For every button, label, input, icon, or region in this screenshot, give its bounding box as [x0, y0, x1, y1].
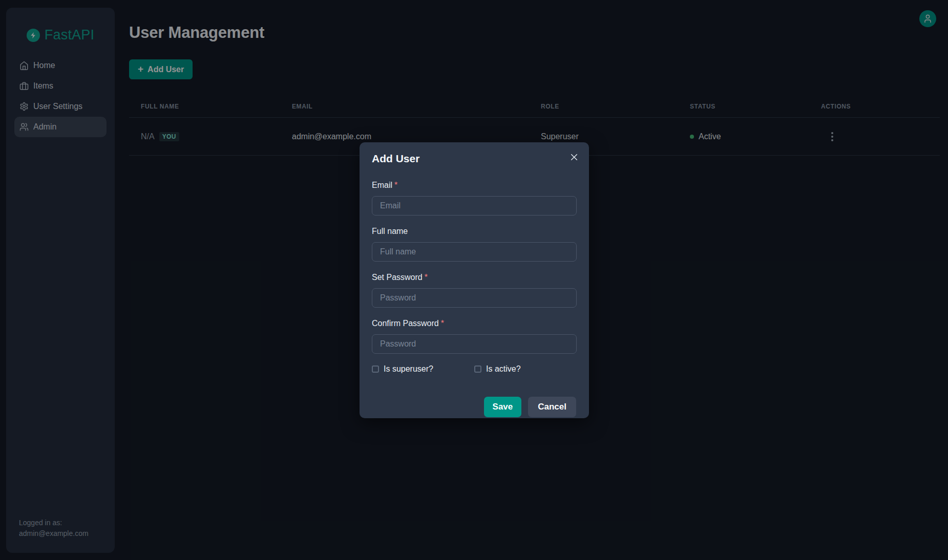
confirm-password-input[interactable] [372, 334, 577, 354]
email-input[interactable] [372, 196, 577, 216]
is-superuser-checkbox[interactable]: Is superuser? [372, 364, 474, 374]
checkbox-icon [372, 365, 379, 373]
set-password-label: Set Password* [372, 273, 577, 282]
add-user-modal: Add User Email* Full name Set Password* … [360, 142, 589, 418]
required-marker: * [394, 181, 397, 189]
modal-close-button[interactable] [566, 149, 582, 165]
is-active-label: Is active? [486, 364, 521, 374]
full-name-input[interactable] [372, 242, 577, 262]
cancel-button[interactable]: Cancel [528, 397, 576, 417]
full-name-label: Full name [372, 227, 577, 236]
full-name-field-group: Full name [360, 227, 589, 262]
confirm-password-field-group: Confirm Password* [360, 319, 589, 354]
required-marker: * [441, 319, 444, 328]
is-superuser-label: Is superuser? [384, 364, 433, 374]
save-button[interactable]: Save [484, 397, 522, 417]
set-password-input[interactable] [372, 288, 577, 308]
set-password-label-text: Set Password [372, 273, 423, 282]
is-active-checkbox[interactable]: Is active? [474, 364, 521, 374]
modal-footer: Save Cancel [360, 397, 589, 417]
modal-title: Add User [360, 142, 589, 165]
checkbox-icon [474, 365, 481, 373]
email-field-group: Email* [360, 181, 589, 216]
email-label: Email* [372, 181, 577, 190]
email-label-text: Email [372, 181, 392, 189]
confirm-password-label: Confirm Password* [372, 319, 577, 328]
checkbox-row: Is superuser? Is active? [360, 364, 589, 374]
set-password-field-group: Set Password* [360, 273, 589, 308]
close-icon [570, 153, 578, 161]
required-marker: * [425, 273, 428, 282]
confirm-password-label-text: Confirm Password [372, 319, 439, 328]
